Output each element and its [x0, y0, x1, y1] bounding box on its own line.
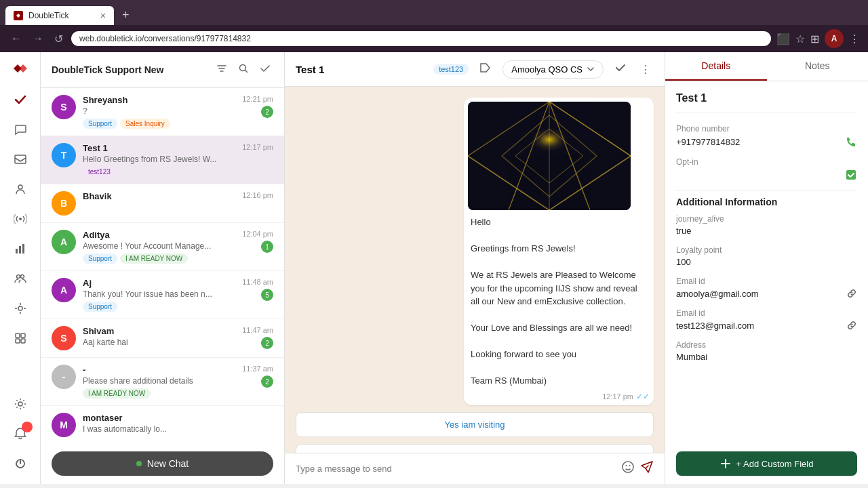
svg-point-7 — [20, 275, 24, 279]
extensions-btn[interactable]: ⬛ — [776, 33, 790, 45]
email1-value: amoolya@gmail.com — [676, 288, 857, 299]
conv-meta: 12:04 pm 1 — [242, 230, 273, 253]
conv-time: 11:47 am — [242, 326, 273, 334]
field-address: Address Mumbai — [676, 340, 857, 362]
conv-meta: 11:48 am 5 — [242, 278, 273, 301]
details-content: Test 1 Phone number +917977814832 Opt-in… — [665, 81, 868, 443]
tag-support: Support — [83, 119, 117, 129]
mark-all-read-btn[interactable] — [257, 60, 273, 79]
avatar: S — [52, 95, 76, 119]
svg-rect-4 — [19, 246, 21, 253]
conv-time: 12:04 pm — [242, 230, 273, 238]
conv-name: Aditya — [83, 230, 235, 240]
conv-preview: Please share additional details — [83, 376, 235, 386]
optin-check-icon — [845, 169, 857, 181]
bookmark-btn[interactable]: ☆ — [795, 33, 805, 45]
conv-content: Aj Thank you! Your issue has been n... S… — [83, 278, 235, 312]
menu-btn[interactable]: ⋮ — [849, 33, 860, 45]
emoji-btn[interactable] — [621, 460, 635, 477]
chat-input[interactable] — [296, 464, 616, 474]
sidebar-item-power[interactable] — [7, 450, 34, 477]
svg-rect-3 — [16, 249, 18, 253]
conv-time: 11:48 am — [242, 278, 273, 286]
conv-content: Shivam Aaj karte hai — [83, 326, 235, 347]
tab-details[interactable]: Details — [665, 52, 767, 81]
journey-alive-label: journey_alive — [676, 214, 857, 224]
label-btn[interactable] — [477, 59, 494, 79]
link-icon-2[interactable] — [846, 320, 857, 331]
details-panel: Details Notes Test 1 Phone number +91797… — [665, 52, 868, 484]
back-btn[interactable]: ← — [8, 30, 24, 47]
quick-reply-yes[interactable]: Yes iam visiting — [296, 412, 654, 437]
browser-tab[interactable]: DoubleTick × — [5, 6, 114, 25]
conversation-item-unknown[interactable]: - - Please share additional details I AM… — [41, 358, 284, 406]
tag-test123: test123 — [83, 167, 116, 177]
search-conv-btn[interactable] — [235, 60, 252, 79]
sidebar-item-settings[interactable] — [7, 390, 34, 418]
new-chat-btn[interactable]: New Chat — [52, 451, 273, 476]
conversation-item-aj[interactable]: A Aj Thank you! Your issue has been n...… — [41, 271, 284, 319]
loyalty-label: Loyalty point — [676, 245, 857, 255]
message-footer: 12:17 pm ✓✓ — [468, 392, 650, 401]
conversation-item-shreyansh[interactable]: S Shreyansh ? Support Sales Inquiry 12:2… — [41, 88, 284, 136]
email2-label: Email id — [676, 308, 857, 318]
conv-preview: I was automatically lo... — [83, 424, 267, 434]
avatar: T — [52, 143, 76, 167]
sidebar-item-automation[interactable] — [7, 295, 34, 322]
email2-value: test123@gmail.com — [676, 320, 857, 331]
agent-select[interactable]: Amoolya QSO CS — [502, 60, 604, 79]
conv-name: Shreyansh — [83, 95, 235, 105]
details-tabs: Details Notes — [665, 52, 868, 81]
resolve-btn[interactable] — [612, 59, 629, 79]
additional-info-header: Additional Information — [676, 190, 857, 207]
sidebar-item-team[interactable] — [7, 265, 34, 292]
tab-grid-btn[interactable]: ⊞ — [810, 33, 819, 45]
phone-icon[interactable] — [845, 136, 857, 148]
more-options-btn[interactable]: ⋮ — [637, 60, 654, 79]
sidebar-item-integration[interactable] — [7, 325, 34, 352]
tab-title: DoubleTick — [28, 11, 69, 20]
svg-point-24 — [529, 129, 570, 156]
conv-badge: 2 — [261, 337, 273, 349]
avatar: B — [52, 191, 76, 216]
conv-badge: 1 — [261, 241, 273, 253]
conversation-item-montaser[interactable]: M montaser I was automatically lo... — [41, 406, 284, 443]
notification-badge — [22, 422, 33, 432]
forward-btn[interactable]: → — [30, 30, 46, 47]
tab-notes[interactable]: Notes — [767, 52, 869, 81]
sidebar-item-chat[interactable] — [7, 116, 34, 143]
conversation-item-test1[interactable]: T Test 1 Hello Greetings from RS Jewels!… — [41, 136, 284, 184]
sidebar-item-check[interactable] — [7, 86, 34, 113]
address-label: Address — [676, 340, 857, 350]
sidebar-item-notification[interactable] — [7, 420, 34, 447]
conv-preview: Thank you! Your issue has been n... — [83, 289, 235, 299]
quick-reply-no[interactable]: Not sure — [296, 444, 654, 453]
send-btn[interactable] — [640, 460, 654, 477]
refresh-btn[interactable]: ↺ — [52, 30, 66, 48]
sidebar-item-inbox[interactable] — [7, 146, 34, 173]
address-bar[interactable]: web.doubletick.io/conversations/91797781… — [71, 31, 771, 46]
sidebar-item-broadcast[interactable] — [7, 205, 34, 232]
user-avatar-nav[interactable]: A — [825, 29, 844, 48]
new-tab-btn[interactable]: + — [117, 5, 135, 25]
conversation-item-aditya[interactable]: A Aditya Awesome ! Your Account Manage..… — [41, 223, 284, 271]
link-icon[interactable] — [846, 288, 857, 299]
sidebar-item-reports[interactable] — [7, 235, 34, 262]
field-optin: Opt-in — [676, 157, 857, 181]
svg-rect-10 — [21, 333, 25, 338]
tab-favicon — [14, 11, 23, 20]
sidebar-item-contacts[interactable] — [7, 176, 34, 203]
add-custom-field-btn[interactable]: + Add Custom Field — [676, 451, 857, 476]
conv-content: Aditya Awesome ! Your Account Manage... … — [83, 230, 235, 264]
agent-name: Amoolya QSO CS — [511, 64, 583, 75]
tab-close-btn[interactable]: × — [100, 10, 106, 21]
phone-label: Phone number — [676, 124, 857, 134]
filter-btn[interactable] — [214, 60, 230, 79]
svg-rect-12 — [21, 339, 25, 343]
tag-ready: I AM READY NOW — [83, 388, 151, 399]
conversation-item-bhavik[interactable]: B Bhavik 12:16 pm — [41, 184, 284, 223]
tag-support: Support — [83, 253, 117, 264]
chat-panel: Test 1 test123 Amoolya QSO CS ⋮ — [285, 52, 665, 484]
conv-name: - — [83, 365, 235, 375]
conversation-item-shivam[interactable]: S Shivam Aaj karte hai 11:47 am 2 — [41, 319, 284, 358]
